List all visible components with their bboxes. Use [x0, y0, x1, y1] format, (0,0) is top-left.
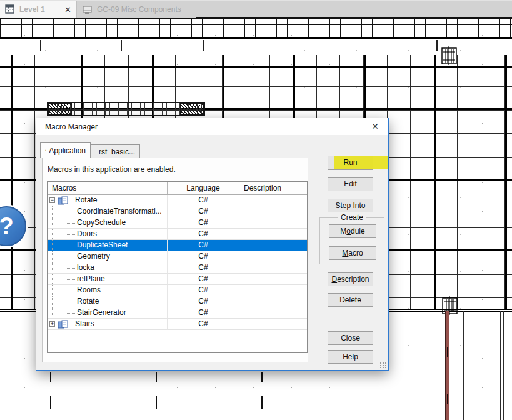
- close-view-icon[interactable]: ✕: [64, 6, 71, 14]
- table-row[interactable]: StairGeneratorC#: [48, 308, 307, 319]
- tree-guide: [52, 274, 53, 285]
- macro-name-cell[interactable]: CopySchedule: [48, 218, 168, 229]
- dialog-titlebar[interactable]: Macro Manager ✕: [36, 118, 388, 135]
- description-cell: [239, 218, 307, 229]
- view-tab-bar: Level 1 ✕ GC-09 Misc Components: [0, 0, 512, 18]
- table-row[interactable]: −RotateC#: [48, 195, 307, 206]
- language-cell: C#: [168, 206, 239, 218]
- help-glyph: ?: [0, 213, 14, 239]
- tree-guide: [52, 206, 53, 218]
- macro-name-cell[interactable]: CoordinateTransformati...: [48, 206, 168, 218]
- tree-guide: [66, 223, 75, 224]
- macro-name-cell[interactable]: Rooms: [48, 285, 168, 296]
- application-tab-page: Macros in this application are enabled. …: [42, 158, 308, 362]
- tab-rst-basic[interactable]: rst_basic...: [91, 144, 140, 158]
- description-cell: [239, 206, 307, 218]
- sheet-icon: [82, 5, 93, 14]
- view-tab-level-1[interactable]: Level 1 ✕: [0, 1, 76, 18]
- macro-name: CopySchedule: [77, 218, 126, 228]
- macro-manager-dialog: Macro Manager ✕ Application rst_basic...…: [36, 118, 389, 371]
- table-row[interactable]: RoomsC#: [48, 285, 307, 296]
- table-row[interactable]: RotateC#: [48, 296, 307, 308]
- description-cell: [239, 195, 307, 206]
- run-button[interactable]: Run: [328, 156, 373, 170]
- close-button[interactable]: Close: [328, 331, 373, 345]
- macro-name-cell[interactable]: locka: [48, 262, 168, 274]
- expand-icon[interactable]: +: [49, 321, 55, 327]
- wall-section: [445, 311, 449, 420]
- description-cell: [239, 240, 307, 251]
- gridline: [288, 40, 288, 51]
- macro-name: Stairs: [75, 319, 94, 329]
- language-cell: C#: [168, 195, 239, 206]
- macro-name-cell[interactable]: Geometry: [48, 251, 168, 262]
- macro-name: locka: [77, 262, 94, 273]
- edit-button[interactable]: Edit: [328, 177, 373, 191]
- resize-grip[interactable]: [379, 362, 386, 368]
- grid-tick: [261, 372, 263, 382]
- step-into-button[interactable]: Step Into: [328, 199, 373, 212]
- create-group-label: Create: [338, 213, 366, 222]
- column-symbol-icon: [440, 296, 459, 315]
- column-header-macros[interactable]: Macros: [48, 182, 168, 194]
- stair-plan-element: [47, 102, 205, 116]
- tree-guide: [66, 279, 75, 280]
- tree-guide: [66, 246, 75, 246]
- table-row[interactable]: CoordinateTransformati...C#: [48, 206, 307, 218]
- table-row[interactable]: DoorsC#: [48, 229, 307, 240]
- macro-name: StairGenerator: [77, 308, 126, 318]
- tree-guide: [66, 268, 75, 269]
- macro-name-cell[interactable]: Rotate: [48, 296, 168, 308]
- language-cell: C#: [168, 262, 239, 274]
- macro-table-body: −RotateC#CoordinateTransformati...C#Copy…: [48, 195, 307, 330]
- macro-name: Rotate: [77, 296, 99, 307]
- module-icon: [58, 196, 70, 205]
- tree-guide: [52, 308, 53, 319]
- tree-guide: [66, 234, 75, 235]
- macros-status-text: Macros in this application are enabled.: [48, 165, 176, 174]
- table-row[interactable]: CopyScheduleC#: [48, 218, 307, 229]
- macro-list[interactable]: Macros Language Description −RotateC#Coo…: [47, 181, 308, 353]
- macro-name: CoordinateTransformati...: [77, 206, 162, 217]
- language-cell: C#: [168, 285, 239, 296]
- macro-button[interactable]: Macro: [329, 246, 376, 260]
- description-cell: [239, 319, 307, 330]
- language-cell: C#: [168, 308, 239, 319]
- macro-name-cell[interactable]: +Stairs: [48, 319, 168, 330]
- table-row[interactable]: GeometryC#: [48, 251, 307, 262]
- macro-name-cell[interactable]: −Rotate: [48, 195, 168, 206]
- dialog-title: Macro Manager: [45, 122, 98, 131]
- macro-name-cell[interactable]: DuplicateSheet: [48, 240, 168, 251]
- table-row[interactable]: +StairsC#: [48, 319, 307, 330]
- module-button[interactable]: Module: [329, 224, 376, 238]
- table-row[interactable]: lockaC#: [48, 262, 307, 274]
- macro-name: Rooms: [77, 285, 101, 296]
- column-header-description[interactable]: Description: [239, 182, 307, 194]
- macro-name-cell[interactable]: Doors: [48, 229, 168, 240]
- macro-name: Geometry: [77, 251, 110, 262]
- language-cell: C#: [168, 296, 239, 308]
- ceiling-grid-strip-top: [0, 18, 512, 25]
- column-header-language[interactable]: Language: [168, 182, 239, 194]
- macro-name: Rotate: [75, 195, 97, 206]
- macro-name-cell[interactable]: StairGenerator: [48, 308, 168, 319]
- collapse-icon[interactable]: −: [49, 198, 55, 203]
- tree-guide: [52, 240, 53, 251]
- tab-application[interactable]: Application: [40, 142, 91, 158]
- delete-button[interactable]: Delete: [328, 293, 373, 307]
- tab-label: rst_basic...: [99, 148, 135, 156]
- wall-line: [461, 311, 461, 420]
- wall-line: [503, 311, 504, 420]
- grid-tick: [156, 396, 157, 409]
- help-button[interactable]: Help: [328, 350, 373, 364]
- grid-tick: [50, 372, 51, 382]
- table-row[interactable]: refPlaneC#: [48, 274, 307, 285]
- gridline: [0, 51, 512, 51]
- view-tab-gc09[interactable]: GC-09 Misc Components: [76, 1, 196, 18]
- macro-name: Doors: [77, 229, 97, 239]
- tree-guide: [66, 291, 75, 291]
- macro-name-cell[interactable]: refPlane: [48, 274, 168, 285]
- table-row[interactable]: DuplicateSheetC#: [48, 240, 307, 251]
- close-icon[interactable]: ✕: [369, 121, 381, 131]
- description-button[interactable]: Description: [328, 272, 373, 286]
